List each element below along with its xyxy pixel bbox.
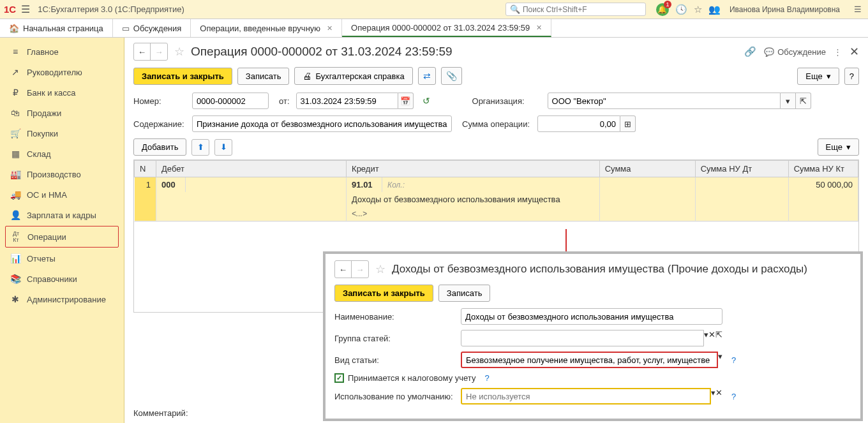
panel-favorite-icon[interactable]: ☆ xyxy=(375,262,385,276)
main-menu-icon[interactable]: ☰ xyxy=(21,3,30,15)
help-icon[interactable]: ? xyxy=(484,373,489,383)
col-n[interactable]: N xyxy=(135,161,156,177)
kind-input[interactable] xyxy=(461,352,718,368)
debit-account[interactable]: 000 xyxy=(156,177,186,193)
sidebar-item-manager[interactable]: ↗Руководителю xyxy=(0,62,124,82)
print-button[interactable]: 🖨Бухгалтерская справка xyxy=(294,67,412,85)
more-menu-button[interactable]: Еще ▾ xyxy=(797,68,839,85)
dropdown-icon[interactable]: ▾ xyxy=(711,388,715,404)
tab-discussions[interactable]: ▭ Обсуждения xyxy=(113,19,191,37)
sidebar-item-bank[interactable]: ₽Банк и касса xyxy=(0,82,124,103)
credit-account[interactable]: 91.01 xyxy=(347,177,382,193)
search-input[interactable] xyxy=(523,5,641,14)
col-sum[interactable]: Сумма xyxy=(599,161,695,177)
app-menu-icon[interactable]: ☰ xyxy=(851,3,864,15)
panel-save-close-button[interactable]: Записать и закрыть xyxy=(334,285,433,302)
panel-forward-button[interactable]: → xyxy=(352,261,368,278)
sidebar-item-warehouse[interactable]: ▦Склад xyxy=(0,144,124,164)
sidebar-item-production[interactable]: 🏭Производство xyxy=(0,164,124,184)
table-more-button[interactable]: Еще ▾ xyxy=(818,138,859,156)
tab-label: Операции, введенные вручную xyxy=(200,24,320,33)
credit-subconto-1[interactable]: Доходы от безвозмездного использования и… xyxy=(347,192,600,207)
refresh-icon[interactable]: ↺ xyxy=(423,96,430,106)
dropdown-icon[interactable]: ▾ xyxy=(718,352,722,368)
notifications-bell[interactable]: 🔔 1 xyxy=(656,3,669,16)
credit-subconto-2[interactable]: <...> xyxy=(347,207,600,221)
table-row[interactable]: <...> xyxy=(135,207,858,221)
tax-checkbox-field[interactable]: ✓ Принимается к налоговому учету xyxy=(334,373,475,383)
save-button[interactable]: Записать xyxy=(237,68,290,85)
discussion-link[interactable]: 💬 Обсуждение xyxy=(764,47,826,57)
default-usage-input[interactable] xyxy=(461,388,711,404)
favorite-star-icon[interactable]: ☆ xyxy=(174,45,184,59)
history-nav: ← → xyxy=(133,43,168,61)
more-label: Еще xyxy=(805,71,822,81)
col-sum-nu-dt[interactable]: Сумма НУ Дт xyxy=(695,161,788,177)
user-icon[interactable]: 👥 xyxy=(708,4,721,15)
date-label: от: xyxy=(279,96,290,106)
clear-icon[interactable]: ✕ xyxy=(715,388,722,404)
favorites-icon[interactable]: ☆ xyxy=(694,4,702,15)
close-document-icon[interactable]: ✕ xyxy=(849,45,859,59)
close-icon[interactable]: ✕ xyxy=(327,24,333,33)
sidebar-item-assets[interactable]: 🚚ОС и НМА xyxy=(0,184,124,205)
dropdown-icon[interactable]: ▾ xyxy=(781,93,796,109)
calendar-icon[interactable]: 📅 xyxy=(398,93,414,109)
history-icon[interactable]: 🕓 xyxy=(675,4,687,15)
open-icon[interactable]: ⇱ xyxy=(715,330,722,346)
panel-save-button[interactable]: Записать xyxy=(438,285,491,302)
panel-back-button[interactable]: ← xyxy=(335,261,352,278)
sidebar-item-purchases[interactable]: 🛒Покупки xyxy=(0,123,124,144)
more-icon[interactable]: ⋮ xyxy=(834,47,842,57)
sidebar-item-label: Администрирование xyxy=(27,295,106,304)
sum-input[interactable] xyxy=(537,115,620,132)
col-sum-nu-kt[interactable]: Сумма НУ Кт xyxy=(788,161,858,177)
sidebar-item-reports[interactable]: 📊Отчеты xyxy=(0,248,124,269)
add-row-button[interactable]: Добавить xyxy=(133,138,186,156)
tab-manual-operations[interactable]: Операции, введенные вручную ✕ xyxy=(191,19,342,37)
organization-input[interactable] xyxy=(548,93,781,109)
sidebar-item-admin[interactable]: ✱Администрирование xyxy=(0,289,124,309)
swap-button[interactable]: ⇄ xyxy=(418,67,436,85)
document-tabs: 🏠 Начальная страница ▭ Обсуждения Операц… xyxy=(0,19,868,38)
save-close-button[interactable]: Записать и закрыть xyxy=(133,68,232,85)
move-up-button[interactable]: ⬆ xyxy=(191,139,209,156)
content-input[interactable] xyxy=(192,115,452,132)
help-icon[interactable]: ? xyxy=(731,392,736,401)
number-input[interactable] xyxy=(192,93,269,109)
dropdown-icon[interactable]: ▾ xyxy=(704,330,708,346)
tab-operation-document[interactable]: Операция 0000-000002 от 31.03.2024 23:59… xyxy=(342,19,551,37)
table-row[interactable]: Доходы от безвозмездного использования и… xyxy=(135,192,858,207)
clear-icon[interactable]: ✕ xyxy=(708,330,715,346)
tab-home[interactable]: 🏠 Начальная страница xyxy=(0,19,113,37)
sum-nu-kt-value[interactable]: 50 000,00 xyxy=(788,177,858,193)
sidebar-item-salary[interactable]: 👤Зарплата и кадры xyxy=(0,205,124,225)
global-search[interactable]: 🔍 xyxy=(505,3,646,16)
table-row[interactable]: 1 000 91.01 Кол.: 50 000,00 xyxy=(135,177,858,193)
col-credit[interactable]: Кредит xyxy=(347,161,600,177)
table-header-row: N Дебет Кредит Сумма Сумма НУ Дт Сумма Н… xyxy=(135,161,858,177)
sidebar-item-sales[interactable]: 🛍Продажи xyxy=(0,103,124,123)
col-debit[interactable]: Дебет xyxy=(156,161,347,177)
comment-row: Комментарий: xyxy=(133,408,188,418)
close-icon[interactable]: ✕ xyxy=(536,24,542,32)
content-label: Содержание: xyxy=(133,119,186,129)
group-input[interactable] xyxy=(461,330,704,346)
sidebar-item-main[interactable]: ≡Главное xyxy=(0,41,124,62)
move-down-button[interactable]: ⬇ xyxy=(214,139,232,156)
sidebar-item-operations[interactable]: ДтКтОперации xyxy=(5,226,119,248)
back-button[interactable]: ← xyxy=(134,43,151,60)
sidebar-item-catalogs[interactable]: 📚Справочники xyxy=(0,269,124,289)
help-icon[interactable]: ? xyxy=(731,355,736,365)
default-usage-label: Использование по умолчанию: xyxy=(334,392,456,401)
help-button[interactable]: ? xyxy=(844,68,859,85)
attach-button[interactable]: 📎 xyxy=(441,67,462,85)
calculator-icon[interactable]: ⊞ xyxy=(620,115,636,132)
name-input[interactable] xyxy=(461,308,722,325)
open-icon[interactable]: ⇱ xyxy=(796,93,811,109)
printer-icon: 🖨 xyxy=(303,71,311,81)
forward-button[interactable]: → xyxy=(151,43,167,60)
date-input[interactable] xyxy=(296,93,398,109)
link-icon[interactable]: 🔗 xyxy=(744,46,756,57)
top-toolbar: 1С ☰ 1С:Бухгалтерия 3.0 (1С:Предприятие)… xyxy=(0,0,868,19)
